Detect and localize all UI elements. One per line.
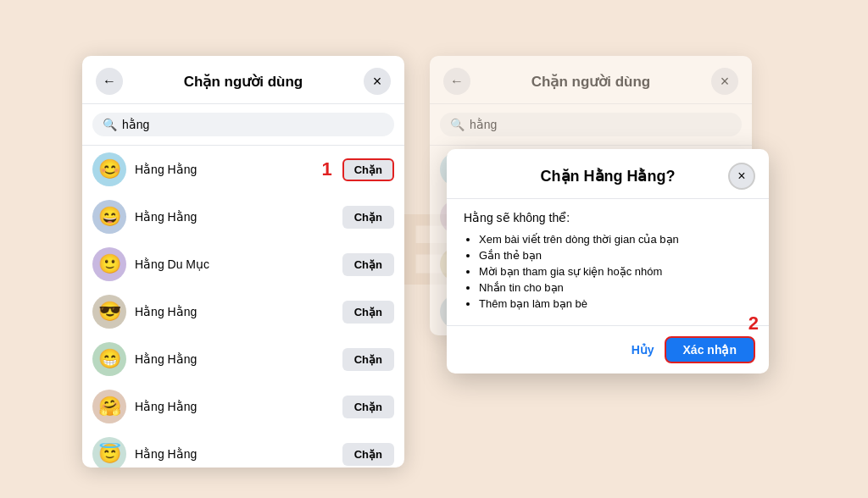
list-item: 😎Hằng HằngChặn (82, 288, 404, 335)
right-close-button[interactable]: × (711, 68, 738, 95)
search-input[interactable] (122, 118, 384, 131)
back-button[interactable]: ← (96, 68, 123, 95)
search-bar: 🔍 (82, 104, 404, 146)
right-search-wrapper: 🔍 (440, 113, 742, 136)
user-name: Hằng Hằng (135, 163, 313, 176)
restriction-item: Mời bạn tham gia sự kiện hoặc nhóm (479, 265, 752, 278)
block-button[interactable]: Chặn (342, 348, 394, 371)
user-name: Hằng Hằng (135, 305, 334, 318)
close-button[interactable]: × (364, 68, 391, 95)
list-item: 😁Hằng HằngChặn (82, 335, 404, 383)
left-modal: ← Chặn người dùng × 🔍 😊Hằng Hằng1Chặn😄Hằ… (82, 56, 404, 468)
avatar: 😎 (92, 295, 126, 329)
block-button[interactable]: Chặn (342, 301, 394, 324)
left-modal-title: Chặn người dùng (123, 73, 364, 91)
avatar: 😁 (92, 342, 126, 376)
left-modal-header: ← Chặn người dùng × (82, 56, 404, 104)
right-search-input[interactable] (470, 118, 732, 131)
list-item: 🙂Hằng Du MụcChặn (82, 241, 404, 288)
restriction-item: Xem bài viết trên dòng thời gian của bạn (479, 233, 752, 246)
confirm-list: Xem bài viết trên dòng thời gian của bạn… (464, 233, 752, 310)
search-wrapper: 🔍 (92, 113, 394, 136)
user-name: Hằng Hằng (135, 447, 334, 461)
confirm-close-button[interactable]: × (728, 163, 755, 190)
right-search-icon: 🔍 (450, 118, 465, 131)
confirm-description: Hằng sẽ không thể: (464, 211, 752, 224)
block-button[interactable]: Chặn (342, 206, 394, 229)
right-modal-header: ← Chặn người dùng × (430, 56, 752, 104)
block-button[interactable]: Chặn (342, 158, 394, 181)
cancel-button[interactable]: Hủy (632, 343, 654, 357)
block-button[interactable]: Chặn (342, 443, 394, 466)
search-icon: 🔍 (103, 118, 117, 131)
avatar: 🤗 (92, 390, 126, 423)
user-name: Hằng Hằng (135, 400, 334, 413)
list-item: 😄Hằng HằngChặn (82, 193, 404, 241)
avatar: 😄 (92, 200, 126, 234)
list-item: 😇Hằng HằngChặn (82, 430, 404, 468)
restriction-item: Gắn thẻ bạn (479, 249, 752, 262)
user-name: Hằng Hằng (135, 210, 334, 224)
confirm-header: Chặn Hằng Hằng? × (447, 149, 769, 199)
avatar: 🙂 (92, 247, 126, 281)
block-button[interactable]: Chặn (342, 396, 394, 418)
right-panel-container: ← Chặn người dùng × 🔍 😊Hằng HằngChặn😄Hằn… (430, 56, 786, 335)
step-badge-2: 2 (748, 313, 759, 335)
panels-container: ← Chặn người dùng × 🔍 😊Hằng Hằng1Chặn😄Hằ… (82, 30, 786, 468)
confirm-button[interactable]: Xác nhận (665, 336, 755, 363)
confirm-body: Hằng sẽ không thể: Xem bài viết trên dòn… (447, 199, 769, 325)
confirm-dialog: Chặn Hằng Hằng? × Hằng sẽ không thể: Xem… (447, 149, 769, 374)
block-button[interactable]: Chặn (342, 253, 394, 276)
list-item: 😊Hằng Hằng1Chặn (82, 146, 404, 193)
user-list: 😊Hằng Hằng1Chặn😄Hằng HằngChặn🙂Hằng Du Mụ… (82, 146, 404, 468)
right-modal-title: Chặn người dùng (470, 73, 711, 91)
step-badge-1: 1 (321, 158, 331, 180)
restriction-item: Nhắn tin cho bạn (479, 281, 752, 294)
user-name: Hằng Hằng (135, 352, 334, 366)
confirm-footer: Hủy Xác nhận 2 (447, 325, 769, 374)
user-name: Hằng Du Mục (135, 257, 334, 271)
right-search-bar: 🔍 (430, 104, 752, 146)
avatar: 😇 (92, 437, 126, 468)
avatar: 😊 (92, 152, 126, 186)
list-item: 🤗Hằng HằngChặn (82, 383, 404, 430)
confirm-title: Chặn Hằng Hằng? (487, 167, 728, 185)
right-back-button[interactable]: ← (443, 68, 470, 95)
restriction-item: Thêm bạn làm bạn bè (479, 297, 752, 310)
